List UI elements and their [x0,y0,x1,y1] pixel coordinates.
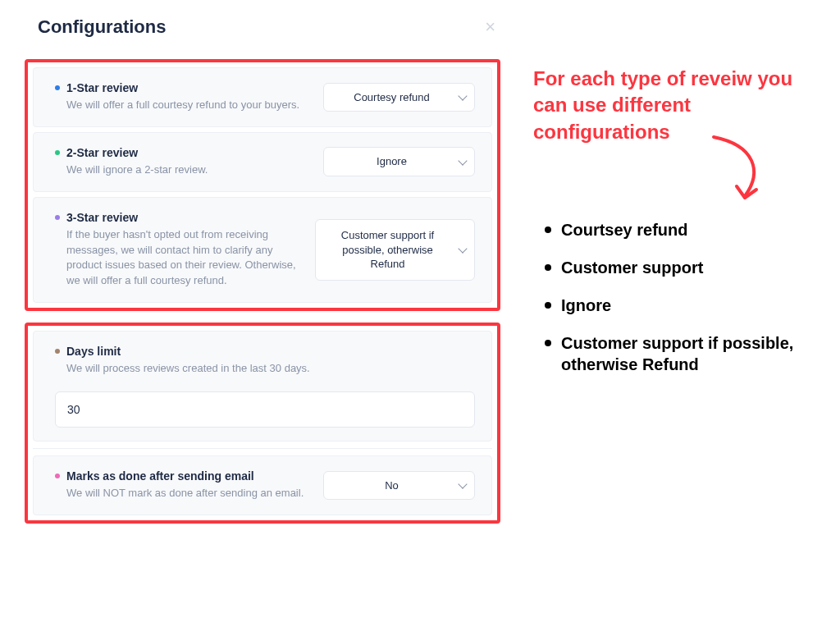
select-value: Customer support if possible, otherwise … [341,229,434,270]
select-value: Courtesy refund [354,91,430,103]
settings-group: Days limit We will process reviews creat… [25,323,500,524]
row-title: Days limit [66,345,121,358]
row-desc: We will process reviews created in the l… [66,361,475,377]
panel-title: Configurations [25,16,500,38]
select-3-star[interactable]: Customer support if possible, otherwise … [315,219,475,281]
row-title: 1-Star review [66,81,138,94]
row-title: Marks as done after sending email [66,469,254,483]
annotation-option: Customer support if possible, otherwise … [543,332,812,375]
select-mark-done[interactable]: No [323,471,475,501]
bullet-icon [55,474,60,478]
divider [33,448,492,449]
bullet-icon [55,85,60,90]
close-icon[interactable]: × [485,16,495,38]
select-1-star[interactable]: Courtesy refund [323,83,475,112]
bullet-icon [55,150,60,155]
row-days-limit: Days limit We will process reviews creat… [33,331,492,442]
row-desc: We will ignore a 2-star review. [66,162,307,178]
row-desc: If the buyer hasn't opted out from recei… [66,227,299,289]
select-value: No [385,479,399,492]
annotation-option: Customer support [543,257,812,278]
chevron-down-icon [458,480,467,489]
row-title: 3-Star review [66,211,138,224]
select-value: Ignore [377,155,407,167]
days-limit-input[interactable] [55,391,475,428]
bullet-icon [55,349,60,354]
annotation-option: Ignore [543,295,812,316]
configurations-panel: × Configurations 1-Star review We will o… [25,16,500,535]
row-1-star: 1-Star review We will offer a full court… [33,67,492,127]
row-title: 2-Star review [66,146,138,159]
review-rules-group: 1-Star review We will offer a full court… [25,59,500,311]
row-3-star: 3-Star review If the buyer hasn't opted … [33,197,492,303]
chevron-down-icon [458,245,467,254]
select-2-star[interactable]: Ignore [323,147,475,176]
arrow-icon [533,149,812,206]
row-mark-done: Marks as done after sending email We wil… [33,455,492,515]
bullet-icon [55,215,60,220]
annotation-panel: For each type of reveiw you can use diff… [533,16,812,535]
row-desc: We will offer a full courtesy refund to … [66,98,307,113]
row-desc: We will NOT mark as done after sending a… [66,486,307,501]
row-2-star: 2-Star review We will ignore a 2-star re… [33,132,492,192]
chevron-down-icon [458,157,467,166]
chevron-down-icon [458,92,467,101]
annotation-option: Courtsey refund [543,219,812,240]
annotation-options: Courtsey refund Customer support Ignore … [533,219,812,375]
